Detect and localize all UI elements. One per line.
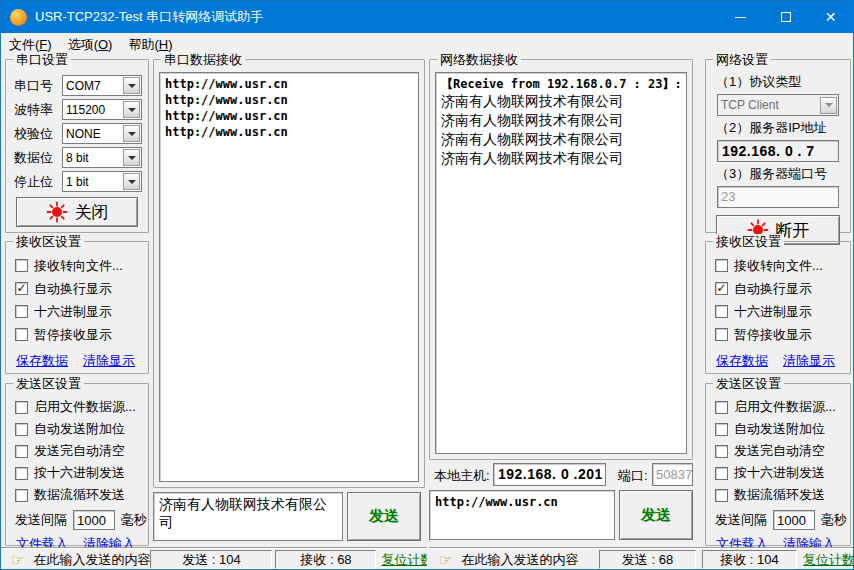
checkbox[interactable]	[15, 328, 28, 341]
checkbox-row-receive-to-file: 接收转向文件...	[6, 254, 148, 277]
network-receive-panel: 网络数据接收 【Receive from 192.168.0.7 : 23】: …	[429, 59, 693, 460]
network-send-input[interactable]: http://www.usr.cn	[429, 490, 615, 540]
statusbar-serial: ☞ 在此输入发送的内容 发送 : 104 接收 : 68 复位计数	[1, 547, 427, 570]
checkbox[interactable]	[15, 305, 28, 318]
serial-send-input[interactable]: 济南有人物联网技术有限公司	[153, 492, 343, 541]
statusbar-network: ☞ 在此输入发送的内容 发送 : 68 接收 : 104 复位计数	[429, 547, 854, 570]
panel-title: 发送区设置	[713, 376, 784, 391]
server-ip-label: （2）服务器IP地址	[716, 119, 850, 137]
reset-count-link[interactable]: 复位计数	[381, 551, 427, 569]
serial-close-button[interactable]: 关闭	[16, 197, 138, 227]
checkbox-row-pause-receive: 暂停接收显示	[6, 323, 148, 346]
minimize-button[interactable]	[718, 1, 763, 33]
stop-bits-select[interactable]: 1 bit	[62, 171, 142, 192]
checkbox[interactable]	[15, 467, 28, 480]
panel-title: 串口设置	[13, 52, 71, 67]
receive-line: http://www.usr.cn	[165, 76, 413, 92]
dropdown-arrow-icon[interactable]	[123, 77, 140, 94]
checkbox-row-auto-linewrap: 自动换行显示	[706, 277, 850, 300]
clear-display-link[interactable]: 清除显示	[783, 352, 835, 370]
minimize-icon	[735, 17, 746, 18]
checkbox[interactable]	[15, 282, 28, 295]
close-icon: ✕	[825, 10, 837, 24]
local-host-label: 本地主机:	[434, 467, 490, 485]
received-counter: 接收 : 104	[702, 550, 797, 569]
checkbox-row-send-as-hex: 按十六进制发送	[6, 462, 148, 484]
received-counter: 接收 : 68	[275, 550, 376, 569]
dropdown-arrow-icon[interactable]	[123, 125, 140, 142]
app-window: USR-TCP232-Test 串口转网络调试助手 ✕ 文件(F) 选项(O) …	[0, 0, 854, 570]
checkbox[interactable]	[15, 401, 28, 414]
checkbox-row-file-data-source: 启用文件数据源...	[706, 396, 850, 418]
local-host-ip-field[interactable]: 192.168. 0 .201	[493, 463, 606, 486]
reset-count-link[interactable]: 复位计数	[803, 551, 854, 569]
network-send-button[interactable]: 发送	[619, 490, 693, 540]
checkbox[interactable]	[715, 489, 728, 502]
dropdown-arrow-icon[interactable]	[123, 101, 140, 118]
checkbox[interactable]	[15, 445, 28, 458]
dropdown-arrow-icon	[820, 97, 837, 114]
data-bits-select[interactable]: 8 bit	[62, 147, 142, 168]
receive-settings-panel-right: 接收区设置 接收转向文件... 自动换行显示 十六进制显示 暂停接收显示 保存数…	[705, 241, 851, 374]
checkbox[interactable]	[715, 282, 728, 295]
maximize-button[interactable]	[763, 1, 808, 33]
send-interval-input[interactable]	[773, 510, 815, 530]
parity-select[interactable]: NONE	[62, 123, 142, 144]
app-icon	[10, 9, 27, 26]
checkbox[interactable]	[715, 423, 728, 436]
checkbox[interactable]	[715, 467, 728, 480]
panel-title: 网络数据接收	[437, 52, 521, 67]
checkbox-row-auto-send-append: 自动发送附加位	[706, 418, 850, 440]
com-port-select[interactable]: COM7	[62, 75, 142, 96]
checkbox[interactable]	[715, 401, 728, 414]
checkbox-row-send-as-hex: 按十六进制发送	[706, 462, 850, 484]
checkbox[interactable]	[715, 259, 728, 272]
checkbox[interactable]	[15, 259, 28, 272]
send-interval-input[interactable]	[73, 510, 115, 530]
send-interval-label: 发送间隔	[15, 511, 67, 529]
checkbox[interactable]	[15, 423, 28, 436]
save-data-link[interactable]: 保存数据	[16, 352, 68, 370]
receive-settings-panel-left: 接收区设置 接收转向文件... 自动换行显示 十六进制显示 暂停接收显示 保存数…	[5, 241, 149, 374]
panel-title: 串口数据接收	[161, 52, 245, 67]
serial-receive-area[interactable]: http://www.usr.cn http://www.usr.cn http…	[159, 72, 419, 482]
dropdown-arrow-icon[interactable]	[123, 173, 140, 190]
panel-title: 发送区设置	[13, 376, 84, 391]
send-interval-unit: 毫秒	[121, 511, 147, 529]
network-settings-panel: 网络设置 （1）协议类型 TCP Client （2）服务器IP地址 192.1…	[705, 59, 851, 233]
serial-settings-panel: 串口设置 串口号 COM7 波特率 115200 校验位 NONE	[5, 59, 149, 233]
protocol-type-label: （1）协议类型	[716, 73, 850, 91]
checkbox-row-hex-display: 十六进制显示	[6, 300, 148, 323]
dropdown-arrow-icon[interactable]	[123, 149, 140, 166]
data-bits-label: 数据位	[14, 149, 62, 167]
server-ip-field: 192.168. 0 . 7	[717, 140, 839, 162]
send-interval-unit: 毫秒	[821, 511, 847, 529]
network-receive-area[interactable]: 【Receive from 192.168.0.7 : 23】: 济南有人物联网…	[435, 72, 687, 454]
titlebar: USR-TCP232-Test 串口转网络调试助手 ✕	[1, 1, 853, 33]
save-data-link[interactable]: 保存数据	[716, 352, 768, 370]
server-port-field: 23	[717, 186, 839, 208]
checkbox-row-file-data-source: 启用文件数据源...	[6, 396, 148, 418]
parity-label: 校验位	[14, 125, 62, 143]
protocol-type-select: TCP Client	[717, 94, 839, 116]
panel-title: 网络设置	[713, 52, 771, 67]
receive-line: 济南有人物联网技术有限公司	[441, 111, 681, 130]
serial-send-button[interactable]: 发送	[347, 492, 421, 541]
send-settings-panel-right: 发送区设置 启用文件数据源... 自动发送附加位 发送完自动清空 按十六进制发送…	[705, 383, 851, 546]
checkbox[interactable]	[715, 305, 728, 318]
serial-receive-panel: 串口数据接收 http://www.usr.cn http://www.usr.…	[153, 59, 425, 488]
sent-counter: 发送 : 68	[599, 550, 696, 569]
close-button[interactable]: ✕	[808, 1, 853, 33]
baud-rate-select[interactable]: 115200	[62, 99, 142, 120]
receive-line: 济南有人物联网技术有限公司	[441, 130, 681, 149]
checkbox-row-clear-after-send: 发送完自动清空	[706, 440, 850, 462]
clear-display-link[interactable]: 清除显示	[83, 352, 135, 370]
checkbox[interactable]	[715, 445, 728, 458]
window-title: USR-TCP232-Test 串口转网络调试助手	[35, 8, 718, 26]
checkbox[interactable]	[15, 489, 28, 502]
checkbox[interactable]	[715, 328, 728, 341]
receive-header: 【Receive from 192.168.0.7 : 23】:	[441, 76, 681, 92]
led-icon	[46, 201, 68, 223]
receive-line: 济南有人物联网技术有限公司	[441, 149, 681, 168]
receive-line: http://www.usr.cn	[165, 92, 413, 108]
